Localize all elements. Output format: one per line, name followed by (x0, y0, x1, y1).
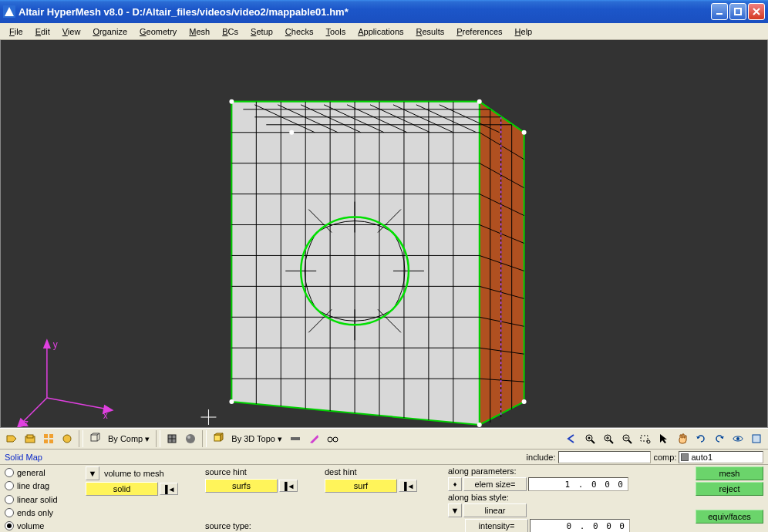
comp-selector[interactable]: auto1 (679, 451, 763, 463)
svg-rect-70 (49, 439, 53, 443)
panel-header: Solid Map include: comp: auto1 (0, 450, 768, 465)
radio-line-drag[interactable] (5, 481, 14, 490)
comp-label: comp: (654, 453, 677, 462)
linear-toggle[interactable]: ▼ (448, 503, 462, 517)
close-button[interactable] (748, 3, 765, 20)
zoom-out-icon[interactable] (618, 430, 635, 447)
volume-to-mesh-label: volume to mesh (101, 469, 164, 478)
svg-point-93 (588, 437, 591, 439)
intensity-label[interactable]: intensity= (465, 519, 528, 532)
card-icon[interactable] (40, 430, 57, 447)
source-hint-advance-button[interactable]: ▐◄ (279, 480, 298, 492)
svg-marker-87 (310, 435, 318, 443)
radio-general[interactable] (5, 468, 14, 477)
radio-ends-only[interactable] (5, 508, 14, 517)
minimize-button[interactable] (711, 3, 728, 20)
svg-point-81 (186, 434, 195, 443)
menu-setup[interactable]: Setup (244, 27, 279, 36)
equiv-faces-button[interactable]: equiv/faces (696, 510, 763, 524)
collectors-icon[interactable] (3, 430, 20, 447)
solid-advance-button[interactable]: ▐◄ (160, 483, 178, 495)
pick-cursor-icon (200, 409, 216, 425)
svg-rect-68 (49, 434, 53, 438)
dest-hint-selector[interactable]: surf (325, 479, 397, 493)
radio-linear-solid[interactable] (5, 495, 14, 504)
rotate-left-icon[interactable] (711, 430, 728, 447)
axis-triad (18, 340, 113, 427)
elem-size-value[interactable]: 1 . 0 0 0 (528, 477, 628, 491)
elem-size-label[interactable]: elem size= (463, 477, 527, 491)
menu-checks[interactable]: Checks (279, 27, 320, 36)
spectacles-icon[interactable] (324, 430, 341, 447)
menu-edit[interactable]: Edit (29, 27, 56, 36)
wireframe-cube-icon[interactable] (86, 430, 103, 447)
menu-preferences[interactable]: Preferences (450, 27, 508, 36)
by-3d-topo-dropdown[interactable]: By 3D Topo ▾ (228, 430, 285, 447)
model-viewport[interactable]: y x z (0, 40, 768, 428)
view-xy-icon[interactable] (748, 430, 765, 447)
svg-rect-2 (735, 8, 741, 15)
menu-bcs[interactable]: BCs (216, 27, 244, 36)
menu-geometry[interactable]: Geometry (133, 27, 183, 36)
elem-size-toggle[interactable]: ♦ (448, 477, 462, 491)
include-field: include: (527, 451, 651, 463)
assemblies-icon[interactable] (22, 430, 39, 447)
source-hint-selector[interactable]: surfs (205, 479, 278, 493)
rotate-right-icon[interactable] (692, 430, 709, 447)
svg-line-95 (610, 440, 613, 443)
mesh-button[interactable]: mesh (696, 466, 763, 480)
solid-map-panel: general line drag linear solid ends only… (0, 465, 768, 532)
tool-a-icon[interactable] (287, 430, 304, 447)
viewport-svg: y x z (1, 40, 767, 427)
source-type-label: source type: (205, 520, 325, 531)
menu-file[interactable]: File (3, 27, 29, 36)
main-toolbar: By Comp ▾ By 3D Topo ▾ (0, 428, 768, 450)
pan-hand-icon[interactable] (674, 430, 691, 447)
svg-point-82 (187, 436, 190, 439)
menu-applications[interactable]: Applications (352, 27, 409, 36)
shaded-icon[interactable] (182, 430, 199, 447)
topo-cube-icon[interactable] (210, 430, 227, 447)
back-arrow-icon[interactable] (563, 430, 580, 447)
radio-line-drag-label: line drag (17, 481, 49, 490)
maximize-button[interactable] (729, 3, 746, 20)
radio-volume[interactable] (5, 521, 14, 530)
reject-button[interactable]: reject (696, 482, 763, 496)
orbit-icon[interactable] (729, 430, 746, 447)
along-bias-style-label: along bias style: (448, 493, 672, 502)
arrow-cursor-icon[interactable] (655, 430, 672, 447)
radio-general-label: general (17, 468, 45, 477)
window-title: Altair HyperMesh v8.0 - D:/Altair_files/… (19, 6, 711, 18)
linear-label[interactable]: linear (463, 503, 527, 517)
menu-mesh[interactable]: Mesh (183, 27, 216, 36)
svg-point-52 (289, 130, 294, 135)
intensity-value[interactable]: 0 . 0 0 0 (530, 519, 630, 532)
menu-organize[interactable]: Organize (86, 27, 133, 36)
svg-point-71 (63, 435, 71, 443)
menu-results[interactable]: Results (410, 27, 451, 36)
svg-point-53 (229, 399, 234, 404)
magenta-tool-icon[interactable] (305, 430, 322, 447)
entity-icon[interactable] (59, 430, 76, 447)
menu-view[interactable]: View (56, 27, 87, 36)
svg-point-89 (333, 437, 338, 442)
zoom-extents-icon[interactable] (581, 430, 598, 447)
radio-volume-label: volume (17, 521, 44, 530)
svg-point-51 (522, 130, 527, 135)
zoom-window-icon[interactable] (637, 430, 654, 447)
svg-rect-108 (753, 435, 760, 443)
svg-marker-5 (231, 102, 479, 425)
include-input[interactable] (558, 451, 651, 463)
shaded-wireframe-icon[interactable] (163, 430, 180, 447)
dest-hint-advance-button[interactable]: ▐◄ (399, 480, 417, 492)
svg-line-59 (47, 398, 109, 409)
svg-line-99 (628, 440, 632, 443)
menu-tools[interactable]: Tools (320, 27, 352, 36)
solid-selector[interactable]: solid (86, 482, 158, 496)
by-comp-dropdown[interactable]: By Comp ▾ (105, 430, 153, 447)
zoom-in-icon[interactable] (600, 430, 617, 447)
volume-to-mesh-toggle[interactable]: ▼ (86, 466, 99, 480)
svg-marker-85 (221, 433, 223, 441)
menu-help[interactable]: Help (509, 27, 539, 36)
source-hint-label: source hint (205, 466, 325, 477)
